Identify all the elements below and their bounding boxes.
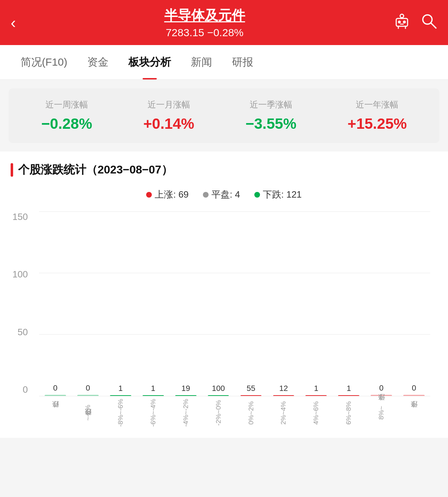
bar-rect [77, 395, 99, 396]
x-axis-label: 2%~4% [267, 399, 300, 427]
bar-group: 0 [72, 383, 104, 396]
bar-group: 0 [365, 383, 398, 396]
bar-value-label: 55 [247, 384, 255, 393]
x-axis: 跌停跌停~-8%-8%~-6%-6%~-4%-4%~-2%-2%~0%0%~2%… [39, 396, 430, 427]
bar-value-label: 12 [279, 384, 288, 393]
legend-dot [146, 192, 152, 198]
bar-rect [403, 395, 425, 396]
stat-label: 近一季涨幅 [245, 99, 297, 110]
y-label-150: 150 [12, 211, 28, 222]
legend-dot [254, 192, 260, 198]
section-title: 个股涨跌统计（2023−08−07） [11, 162, 437, 178]
bar-group: 12 [267, 384, 300, 396]
bar-value-label: 1 [347, 384, 351, 393]
tab-bar: 简况(F10) 资金 板块分析 新闻 研报 [0, 45, 448, 80]
stat-item: 近一周涨幅 −0.28% [41, 99, 92, 132]
bar-value-label: 1 [118, 384, 123, 393]
legend-dot [203, 192, 209, 198]
bar-group: 19 [170, 384, 202, 396]
bar-group: 1 [332, 384, 365, 396]
legend-label: 下跌: 121 [263, 188, 302, 201]
header-center: 半导体及元件 7283.15 −0.28% [16, 6, 393, 39]
chart-area: 150 100 50 0 00111910055121100 [39, 211, 430, 396]
bar-rect [338, 395, 359, 396]
tab-zijin[interactable]: 资金 [77, 45, 118, 79]
stat-value: −0.28% [41, 115, 92, 132]
tab-xinwen[interactable]: 新闻 [181, 45, 222, 79]
search-icon[interactable] [420, 12, 437, 33]
svg-point-0 [400, 14, 404, 18]
x-axis-label: 跌停 [39, 399, 72, 427]
header: ‹ 半导体及元件 7283.15 −0.28% [0, 0, 448, 45]
x-axis-label: 涨停 [398, 399, 430, 427]
stat-value: +0.14% [143, 115, 194, 132]
legend-item: 上涨: 69 [146, 188, 188, 201]
stat-value: −3.55% [245, 115, 297, 132]
bar-group: 0 [398, 383, 430, 396]
bar-value-label: 0 [412, 383, 416, 393]
bar-chart: 150 100 50 0 00111910055121100 跌停跌停~-8%-… [11, 211, 437, 427]
bar-rect [305, 395, 327, 396]
stat-label: 近一月涨幅 [143, 99, 194, 110]
svg-line-8 [431, 23, 436, 28]
bars-row: 00111910055121100 [39, 211, 430, 396]
stat-value: +15.25% [348, 115, 407, 132]
stat-item: 近一季涨幅 −3.55% [245, 99, 297, 132]
x-axis-label: -4%~-2% [170, 399, 202, 427]
legend-item: 下跌: 121 [254, 188, 302, 201]
header-icons [393, 12, 437, 33]
bar-group: 55 [235, 384, 267, 396]
legend-label: 上涨: 69 [155, 188, 188, 201]
chart-legend: 上涨: 69平盘: 4下跌: 121 [11, 188, 437, 201]
bar-group: 1 [137, 384, 170, 396]
y-label-50: 50 [17, 327, 28, 338]
robot-icon[interactable] [393, 12, 410, 33]
tab-jiankuang[interactable]: 简况(F10) [11, 45, 77, 79]
bar-group: 0 [39, 383, 72, 396]
x-axis-label: 0%~2% [235, 399, 267, 427]
page-title: 半导体及元件 [16, 6, 393, 24]
bar-group: 1 [104, 384, 137, 396]
bar-group: 100 [202, 384, 235, 396]
header-subtitle: 7283.15 −0.28% [16, 27, 393, 39]
bar-rect [143, 395, 164, 396]
svg-point-2 [398, 21, 401, 23]
bar-value-label: 0 [53, 383, 57, 393]
bar-rect [371, 395, 392, 396]
stat-item: 近一年涨幅 +15.25% [348, 99, 407, 132]
bar-rect [273, 395, 294, 396]
bar-rect [208, 395, 229, 396]
bar-value-label: 100 [212, 384, 225, 393]
legend-item: 平盘: 4 [203, 188, 240, 201]
stat-item: 近一月涨幅 +0.14% [143, 99, 194, 132]
chart-section: 个股涨跌统计（2023−08−07） 上涨: 69平盘: 4下跌: 121 15… [0, 151, 448, 438]
bar-value-label: 1 [151, 384, 155, 393]
y-label-100: 100 [12, 269, 28, 280]
tab-yanbao[interactable]: 研报 [222, 45, 263, 79]
stat-label: 近一周涨幅 [41, 99, 92, 110]
y-label-0: 0 [23, 384, 28, 395]
x-axis-label: -2%~0% [202, 399, 235, 427]
bar-value-label: 19 [181, 384, 190, 393]
tab-bankuai[interactable]: 板块分析 [118, 45, 181, 79]
stat-label: 近一年涨幅 [348, 99, 407, 110]
bar-value-label: 0 [86, 383, 90, 393]
svg-rect-1 [396, 18, 408, 26]
bar-rect [175, 395, 197, 396]
bar-rect [110, 395, 131, 396]
bar-rect [240, 395, 262, 396]
x-axis-label: -6%~-4% [137, 399, 170, 427]
bar-value-label: 1 [314, 384, 318, 393]
stats-section: 近一周涨幅 −0.28% 近一月涨幅 +0.14% 近一季涨幅 −3.55% 近… [9, 88, 439, 143]
x-axis-label: 4%~6% [300, 399, 332, 427]
svg-point-3 [403, 21, 406, 23]
x-axis-label: 8%~涨停 [365, 399, 398, 427]
x-axis-label: 6%~8% [332, 399, 365, 427]
bar-value-label: 0 [379, 383, 383, 393]
bar-rect [45, 395, 66, 396]
legend-label: 平盘: 4 [211, 188, 240, 201]
back-button[interactable]: ‹ [11, 15, 16, 31]
x-axis-label: 跌停~-8% [72, 399, 104, 427]
bar-group: 1 [300, 384, 332, 396]
x-axis-label: -8%~-6% [104, 399, 137, 427]
